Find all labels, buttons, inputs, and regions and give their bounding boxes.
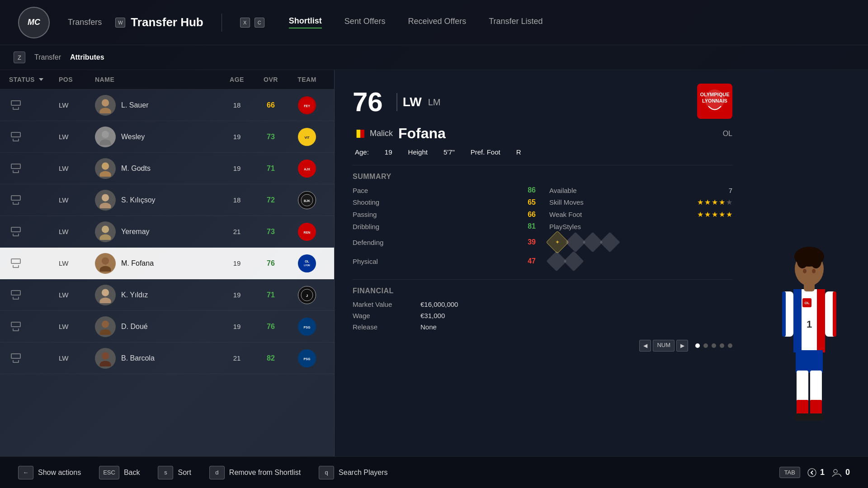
- action-search[interactable]: q Search Players: [319, 466, 388, 479]
- sub-tab-attributes[interactable]: Attributes: [70, 53, 104, 61]
- prev-page-arrow[interactable]: ◀: [639, 340, 651, 352]
- svg-text:VIT: VIT: [305, 136, 310, 139]
- svg-text:1: 1: [807, 319, 812, 330]
- player-3d-model: OL 1: [750, 70, 868, 456]
- remove-label: Remove from Shortlist: [229, 469, 301, 477]
- svg-rect-43: [360, 130, 364, 138]
- player-ovr: 76: [267, 259, 275, 267]
- key-s: s: [158, 466, 173, 479]
- table-row[interactable]: LW Wesley 19 73 VIT: [0, 121, 334, 153]
- nav-divider: [222, 14, 222, 32]
- svg-point-25: [102, 289, 109, 296]
- market-label: Market Value: [353, 300, 411, 308]
- physical-label: Physical: [353, 258, 378, 265]
- pagination-dot-3[interactable]: [712, 343, 716, 348]
- action-remove[interactable]: d Remove from Shortlist: [209, 466, 301, 479]
- tab-received-offers[interactable]: Received Offers: [408, 17, 466, 28]
- table-row[interactable]: LW L. Sauer 18 66 FEY: [0, 89, 334, 121]
- content-area: Status POS Name Age OVR Team: [0, 70, 868, 456]
- player-ovr: 66: [267, 101, 275, 109]
- svg-rect-55: [810, 400, 822, 416]
- svg-point-64: [812, 269, 816, 273]
- table-row[interactable]: LW Yeremay 21 73 REN: [0, 216, 334, 248]
- stat-shooting: Shooting 65: [353, 198, 536, 206]
- table-row[interactable]: LW S. Kılıçsoy 18 72 BJK: [0, 184, 334, 216]
- market-value-row: Market Value €16,000,000: [353, 300, 732, 308]
- svg-text:PSG: PSG: [304, 357, 311, 361]
- summary-section-title: Summary: [353, 173, 732, 181]
- sub-tab-transfer[interactable]: Transfer: [34, 53, 61, 61]
- detail-position-main: LW: [403, 95, 422, 109]
- shooting-label: Shooting: [353, 198, 379, 206]
- shooting-value: 65: [528, 198, 536, 206]
- bottom-right-indicators: TAB 1 0: [779, 467, 850, 478]
- svg-rect-45: [793, 289, 802, 352]
- svg-text:OL: OL: [804, 301, 809, 305]
- svg-rect-54: [797, 400, 808, 416]
- key-x: X: [240, 18, 250, 28]
- wage-value: €31,000: [420, 312, 445, 319]
- svg-point-61: [797, 254, 808, 268]
- action-sort[interactable]: s Sort: [158, 466, 191, 479]
- player-position: LW: [59, 196, 95, 204]
- player-age: 19: [221, 259, 253, 267]
- detail-first-name: Malick: [370, 129, 393, 138]
- pagination-dot-2[interactable]: [703, 343, 708, 348]
- available-value: 7: [729, 187, 732, 194]
- avatar: [95, 253, 116, 274]
- player-name: B. Barcola: [121, 354, 155, 362]
- tab-sent-offers[interactable]: Sent Offers: [344, 17, 386, 28]
- table-row[interactable]: LW K. Yıldız 19 71 J: [0, 279, 334, 311]
- player-name: M. Fofana: [121, 259, 154, 267]
- player-ovr: 72: [267, 196, 275, 204]
- bottom-bar: ← Show actions ESC Back s Sort d Remove …: [0, 456, 868, 488]
- release-label: Release: [353, 323, 411, 331]
- next-page-arrow[interactable]: ▶: [676, 340, 688, 352]
- svg-point-17: [99, 234, 111, 240]
- table-row[interactable]: LW B. Barcola 21 82 PSG: [0, 343, 334, 374]
- tab-shortlist[interactable]: Shortlist: [289, 16, 322, 28]
- sub-navigation: Z Transfer Attributes: [0, 45, 868, 70]
- avatar: [95, 348, 116, 369]
- player-position: LW: [59, 164, 95, 172]
- action-show-actions[interactable]: ← Show actions: [18, 466, 81, 479]
- action-back[interactable]: ESC Back: [99, 466, 140, 479]
- avatar: [95, 95, 116, 116]
- team-badge: AJX: [298, 160, 316, 178]
- pagination-dot-4[interactable]: [720, 343, 724, 348]
- svg-point-0: [102, 99, 109, 106]
- playstyle-diamond-3: [599, 232, 620, 252]
- svg-point-16: [102, 225, 109, 233]
- table-row[interactable]: LW M. Godts 19 71 AJX: [0, 153, 334, 184]
- svg-rect-56: [795, 413, 810, 421]
- detail-ovr: 76: [353, 89, 383, 116]
- financial-section-title: Financial: [353, 287, 732, 295]
- stat-pace: Pace 86: [353, 186, 536, 194]
- sort-icon: [39, 78, 43, 81]
- weak-stars: ★ ★ ★ ★ ★: [697, 210, 732, 219]
- player-position: LW: [59, 133, 95, 141]
- table-row-selected[interactable]: LW M. Fofana 19 76 OL: [0, 248, 334, 279]
- height-value: 5'7": [443, 148, 455, 156]
- detail-club-badge: OLYMPIQUE LYONNAIS: [697, 84, 732, 121]
- avatar: [95, 190, 116, 211]
- nav-transfers[interactable]: Transfers: [68, 18, 102, 27]
- team-badge: J: [298, 286, 316, 304]
- tab-transfer-listed[interactable]: Transfer Listed: [489, 17, 542, 28]
- pace-label: Pace: [353, 187, 368, 194]
- player-name: K. Yıldız: [121, 291, 148, 299]
- pagination-dot-5[interactable]: [728, 343, 732, 348]
- player-ovr: 76: [267, 323, 275, 330]
- table-row[interactable]: LW D. Doué 19 76 PSG: [0, 311, 334, 343]
- svg-point-13: [99, 202, 111, 208]
- scout-icon: [9, 319, 23, 334]
- col-ovr-label: OVR: [264, 76, 278, 83]
- section-divider: [353, 165, 732, 165]
- pagination-dot-1[interactable]: [695, 343, 700, 348]
- main-nav-tabs: X C Shortlist Sent Offers Received Offer…: [240, 16, 543, 28]
- key-q: q: [319, 466, 334, 479]
- player-name: Yeremay: [121, 228, 150, 236]
- sub-key-z: Z: [14, 52, 25, 63]
- playstyles-icons-row: ✦: [549, 234, 732, 250]
- scout-icon: [9, 192, 23, 208]
